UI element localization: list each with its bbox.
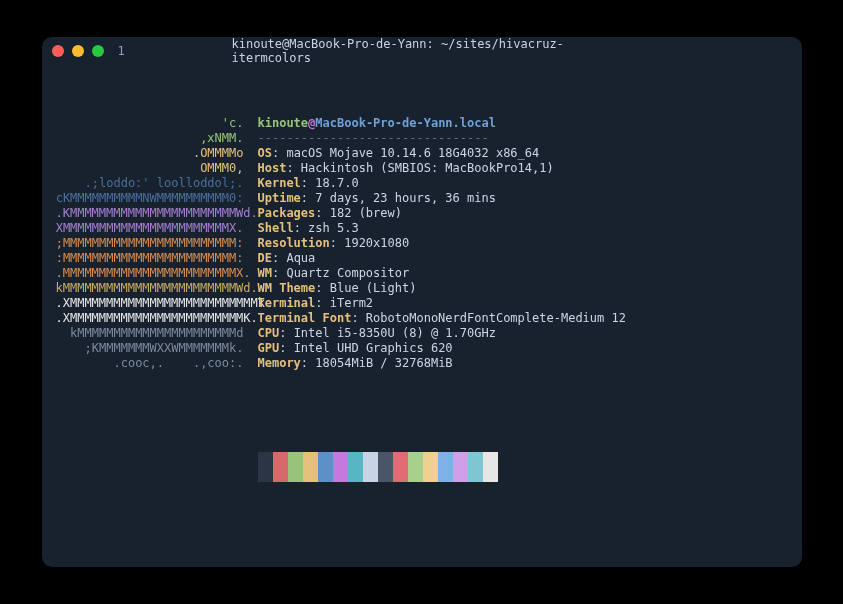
sysinfo-line: WM: Quartz Compositor [258, 266, 788, 281]
sysinfo-line: GPU: Intel UHD Graphics 620 [258, 341, 788, 356]
ascii-art-line: .MMMMMMMMMMMMMMMMMMMMMMMMX. [56, 266, 258, 281]
zoom-icon[interactable] [92, 45, 104, 57]
ascii-art-line: kMMMMMMMMMMMMMMMMMMMMMMd [56, 326, 258, 341]
color-swatch [363, 452, 378, 482]
ascii-art-line: XMMMMMMMMMMMMMMMMMMMMMMMX. [56, 221, 258, 236]
color-swatch [303, 452, 318, 482]
ascii-art-line: .;loddo:' loolloddol;. [56, 176, 258, 191]
color-swatch [318, 452, 333, 482]
sysinfo-line: OS: macOS Mojave 10.14.6 18G4032 x86_64 [258, 146, 788, 161]
color-swatch [378, 452, 393, 482]
color-swatch [333, 452, 348, 482]
terminal-window: 1 kinoute@MacBook-Pro-de-Yann: ~/sites/h… [42, 37, 802, 567]
terminal-body[interactable]: 'c.kinoute@MacBook-Pro-de-Yann.local,xNM… [42, 65, 802, 567]
color-swatch [483, 452, 498, 482]
sysinfo-line: Terminal Font: RobotoMonoNerdFontComplet… [258, 311, 788, 326]
ascii-art-line: .cooc,. .,coo:. [56, 356, 258, 371]
ascii-art-line: ,xNMM. [56, 131, 258, 146]
sysinfo-line: Uptime: 7 days, 23 hours, 36 mins [258, 191, 788, 206]
color-swatch [393, 452, 408, 482]
color-swatch [408, 452, 423, 482]
ascii-art-line: kMMMMMMMMMMMMMMMMMMMMMMMMWd. [56, 281, 258, 296]
minimize-icon[interactable] [72, 45, 84, 57]
sysinfo-line: -------------------------------- [258, 131, 788, 146]
sysinfo-line: Kernel: 18.7.0 [258, 176, 788, 191]
color-swatch [453, 452, 468, 482]
color-swatch [258, 452, 273, 482]
ascii-art-line: .KMMMMMMMMMMMMMMMMMMMMMMMWd. [56, 206, 258, 221]
sysinfo-line: Host: Hackintosh (SMBIOS: MacBookPro14,1… [258, 161, 788, 176]
color-swatch [468, 452, 483, 482]
sysinfo-line: Terminal: iTerm2 [258, 296, 788, 311]
titlebar: 1 kinoute@MacBook-Pro-de-Yann: ~/sites/h… [42, 37, 802, 65]
ascii-art-line: ;KMMMMMMMWXXWMMMMMMMk. [56, 341, 258, 356]
sysinfo-line: Resolution: 1920x1080 [258, 236, 788, 251]
color-swatch [273, 452, 288, 482]
tab-number: 1 [118, 44, 125, 58]
window-title: kinoute@MacBook-Pro-de-Yann: ~/sites/hiv… [232, 37, 612, 65]
ascii-art-line: .XMMMMMMMMMMMMMMMMMMMMMMMMMMk [56, 296, 258, 311]
color-swatch [423, 452, 438, 482]
color-swatch [288, 452, 303, 482]
sysinfo-line: Packages: 182 (brew) [258, 206, 788, 221]
ascii-art-line: :MMMMMMMMMMMMMMMMMMMMMMMM: [56, 251, 258, 266]
ascii-art-line: .XMMMMMMMMMMMMMMMMMMMMMMMMK. [56, 311, 258, 326]
ascii-art-line: OMMM0, [56, 161, 258, 176]
color-swatches [258, 452, 788, 482]
sysinfo-line: Memory: 18054MiB / 32768MiB [258, 356, 788, 371]
sysinfo-line: DE: Aqua [258, 251, 788, 266]
ascii-art-line: ;MMMMMMMMMMMMMMMMMMMMMMMM: [56, 236, 258, 251]
sysinfo-line: kinoute@MacBook-Pro-de-Yann.local [258, 116, 788, 131]
sysinfo-line: Shell: zsh 5.3 [258, 221, 788, 236]
ascii-art-line: .OMMMMo [56, 146, 258, 161]
ascii-art-line: cKMMMMMMMMMMNWMMMMMMMMMM0: [56, 191, 258, 206]
traffic-lights [52, 45, 104, 57]
color-swatch [438, 452, 453, 482]
ascii-art-line: 'c. [56, 116, 258, 131]
close-icon[interactable] [52, 45, 64, 57]
sysinfo-line: CPU: Intel i5-8350U (8) @ 1.70GHz [258, 326, 788, 341]
sysinfo-line: WM Theme: Blue (Light) [258, 281, 788, 296]
color-swatch [348, 452, 363, 482]
